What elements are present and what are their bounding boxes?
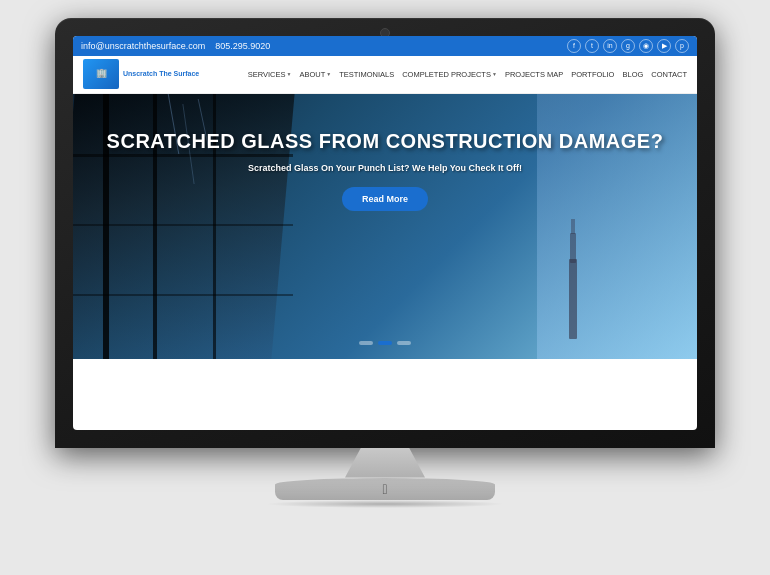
monitor-reflection [73,426,697,430]
logo-image: 🏢 [83,59,119,89]
hero-subtitle: Scratched Glass On Your Punch List? We H… [103,163,667,173]
read-more-button[interactable]: Read More [342,187,428,211]
logo-area: 🏢 Unscratch The Surface [83,59,199,89]
nav-projects-map[interactable]: PROJECTS MAP [505,70,563,79]
monitor-neck [345,448,425,478]
logo-text: Unscratch The Surface [123,69,199,78]
chevron-down-icon: ▼ [326,71,331,77]
nav-contact[interactable]: CONTACT [651,70,687,79]
nav-portfolio[interactable]: PORTFOLIO [571,70,614,79]
twitter-icon[interactable]: t [585,39,599,53]
hero-title: SCRATCHED GLASS FROM CONSTRUCTION DAMAGE… [103,129,667,153]
googleplus-icon[interactable]: g [621,39,635,53]
youtube-icon[interactable]: ▶ [657,39,671,53]
nav-completed-projects[interactable]: COMPLETED PROJECTS ▼ [402,70,497,79]
dot-3[interactable] [397,341,411,345]
stand-shadow [265,500,505,508]
structure-line-h3 [73,294,293,296]
nav-blog[interactable]: BLOG [622,70,643,79]
chevron-down-icon: ▼ [286,71,291,77]
monitor-bezel: info@unscratchthesurface.com 805.295.902… [55,18,715,448]
top-bar: info@unscratchthesurface.com 805.295.902… [73,36,697,56]
email-text: info@unscratchthesurface.com [81,41,205,51]
nav-links: SERVICES ▼ ABOUT ▼ TESTIMONIALS COMPLETE… [248,70,687,79]
hero-content: SCRATCHED GLASS FROM CONSTRUCTION DAMAGE… [73,94,697,231]
facebook-icon[interactable]: f [567,39,581,53]
chevron-down-icon: ▼ [492,71,497,77]
slider-dots [359,341,411,345]
monitor-wrapper: info@unscratchthesurface.com 805.295.902… [45,18,725,558]
dot-1[interactable] [359,341,373,345]
tower-body [569,259,577,339]
top-bar-left: info@unscratchthesurface.com 805.295.902… [81,41,270,51]
nav-services[interactable]: SERVICES ▼ [248,70,292,79]
nav-testimonials[interactable]: TESTIMONIALS [339,70,394,79]
nav-bar: 🏢 Unscratch The Surface SERVICES ▼ ABOUT… [73,56,697,94]
linkedin-icon[interactable]: in [603,39,617,53]
social-icons-group: f t in g ◉ ▶ p [567,39,689,53]
hero-section: SCRATCHED GLASS FROM CONSTRUCTION DAMAGE… [73,94,697,359]
tower-top [570,233,576,263]
hero-button-wrapper: Read More [103,187,667,211]
nav-about[interactable]: ABOUT ▼ [299,70,331,79]
monitor-base:  [275,478,495,500]
screen: info@unscratchthesurface.com 805.295.902… [73,36,697,430]
pinterest-icon[interactable]: p [675,39,689,53]
instagram-icon[interactable]: ◉ [639,39,653,53]
dot-2[interactable] [378,341,392,345]
phone-text: 805.295.9020 [215,41,270,51]
